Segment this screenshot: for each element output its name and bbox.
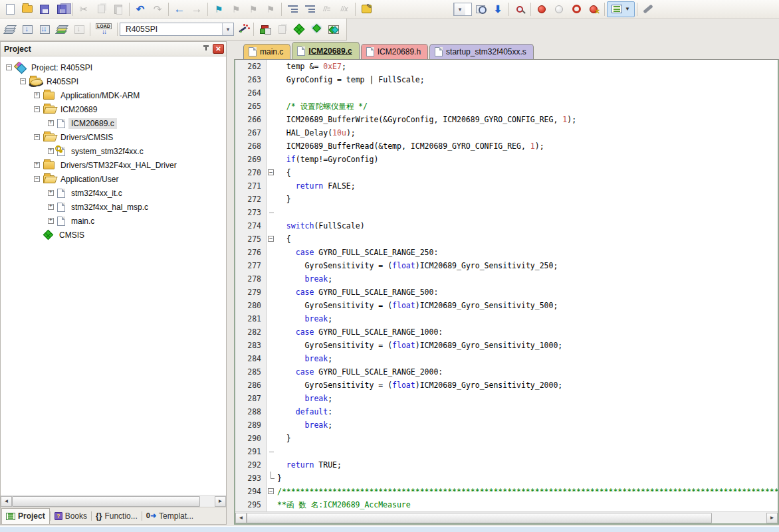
panel-tab-functio[interactable]: {}Functio...: [92, 508, 142, 524]
scroll-right-icon[interactable]: ►: [215, 496, 226, 507]
breakpoint-enable-disable-button[interactable]: [550, 1, 568, 17]
unindent-button[interactable]: [284, 1, 301, 17]
editor-tab-icm20689-h[interactable]: ICM20689.h: [361, 44, 428, 59]
tree-item-r405spi[interactable]: −R405SPI: [1, 74, 226, 88]
tree-item-stm32f4xx-it-c[interactable]: +stm32f4xx_it.c: [1, 186, 226, 200]
manage-books-button[interactable]: [273, 21, 290, 37]
stop-build-button[interactable]: [70, 21, 88, 37]
expand-icon[interactable]: +: [34, 162, 40, 168]
tree-item-drivers-cmsis[interactable]: −Drivers/CMSIS: [1, 130, 226, 144]
pin-icon[interactable]: [202, 45, 210, 53]
collapse-icon[interactable]: −: [20, 78, 26, 84]
editor-hscrollbar[interactable]: ◄ ►: [235, 511, 778, 523]
collapse-icon[interactable]: −: [34, 176, 40, 182]
find-in-files-button[interactable]: [472, 1, 489, 17]
expand-icon[interactable]: +: [48, 190, 54, 196]
find-combobox[interactable]: ▾: [453, 3, 472, 16]
redo-button[interactable]: ↷: [149, 1, 166, 17]
pack-installer-button[interactable]: [325, 21, 342, 37]
collapse-icon[interactable]: −: [34, 134, 40, 140]
expand-icon[interactable]: +: [48, 218, 54, 224]
breakpoint-kill-all-button[interactable]: [585, 1, 602, 17]
expand-icon[interactable]: +: [34, 92, 40, 98]
project-windows-button[interactable]: ▼: [607, 1, 635, 17]
bookmark-next-button[interactable]: ⚑: [245, 1, 262, 17]
expand-icon[interactable]: +: [48, 148, 54, 154]
batch-build-button[interactable]: [53, 21, 70, 37]
project-panel-hscrollbar[interactable]: ◄ ►: [1, 495, 226, 507]
fold-open-icon[interactable]: −: [267, 485, 277, 498]
uncomment-selection-button[interactable]: //x: [336, 1, 353, 17]
editor-tab-main-c[interactable]: main.c: [243, 44, 290, 59]
bookmark-previous-button[interactable]: ⚑: [227, 1, 245, 17]
fold-tick-icon[interactable]: [267, 206, 277, 219]
panel-tab-label: Functio...: [104, 511, 137, 521]
scroll-thumb[interactable]: [247, 513, 712, 523]
fold-open-icon[interactable]: −: [267, 166, 277, 179]
scroll-right-icon[interactable]: ►: [766, 513, 778, 523]
fold-tick-icon[interactable]: [267, 445, 277, 458]
select-software-packs-button[interactable]: [308, 21, 325, 37]
code-line-286: 286 GyroSensitivity = (float)ICM20689_Gy…: [235, 379, 778, 392]
incremental-find-button[interactable]: ⬇: [489, 1, 506, 17]
tree-item-cmsis[interactable]: CMSIS: [1, 228, 226, 242]
save-all-button[interactable]: [53, 1, 70, 17]
paste-button[interactable]: [110, 1, 127, 17]
file-icon: [249, 47, 257, 56]
scroll-thumb[interactable]: [12, 496, 200, 507]
expand-icon[interactable]: +: [48, 120, 54, 126]
tree-item-main-c[interactable]: +main.c: [1, 214, 226, 228]
editor-tab-startup-stm32f405xx-s[interactable]: startup_stm32f405xx.s: [429, 44, 534, 59]
breakpoint-disable-all-button[interactable]: [568, 1, 585, 17]
target-select[interactable]: R405SPI ▾: [120, 23, 234, 36]
configure-button[interactable]: [358, 1, 375, 17]
tree-item-drivers-stm32f4xx-hal-driver[interactable]: +Drivers/STM32F4xx_HAL_Driver: [1, 158, 226, 172]
save-button[interactable]: [36, 1, 53, 17]
download-button[interactable]: LOAD↓↓: [92, 21, 115, 37]
rebuild-button[interactable]: [36, 21, 53, 37]
tree-item-application-user[interactable]: −Application/User: [1, 172, 226, 186]
panel-splitter[interactable]: [227, 41, 234, 525]
panel-tab-project[interactable]: Project: [1, 508, 50, 524]
tree-item-icm20689-c[interactable]: +ICM20689.c: [1, 116, 226, 130]
tree-item-stm32f4xx-hal-msp-c[interactable]: +stm32f4xx_hal_msp.c: [1, 200, 226, 214]
fold-end-icon[interactable]: [267, 472, 277, 485]
panel-tab-templat[interactable]: 0➜Templat...: [142, 508, 197, 524]
editor-tab-icm20689-c[interactable]: ICM20689.c: [292, 42, 359, 59]
undo-button[interactable]: ↶: [132, 1, 149, 17]
manage-run-time-environment-button[interactable]: [290, 21, 308, 37]
translate-button[interactable]: [1, 21, 19, 37]
cut-button[interactable]: ✂: [75, 1, 92, 17]
tree-item-application-mdk-arm[interactable]: +Application/MDK-ARM: [1, 88, 226, 102]
bookmark-clear-all-button[interactable]: ⚑: [262, 1, 279, 17]
scroll-left-icon[interactable]: ◄: [235, 513, 247, 523]
close-icon[interactable]: ✕: [213, 44, 224, 54]
tree-item-project-r405spi[interactable]: −Project: R405SPI: [1, 60, 226, 74]
fold-open-icon[interactable]: −: [267, 232, 277, 246]
file-icon: [57, 119, 65, 128]
tree-item-system-stm32f4xx-c[interactable]: +system_stm32f4xx.c: [1, 144, 226, 158]
file-icon: [57, 217, 65, 226]
options-for-target-button[interactable]: [234, 21, 251, 37]
indent-button[interactable]: [301, 1, 318, 17]
open-button[interactable]: [19, 1, 36, 17]
code-editor[interactable]: 262 temp &= 0xE7;263 GyroConfig = temp |…: [235, 60, 778, 511]
navigate-forward-button[interactable]: →: [188, 1, 205, 17]
code-line-270: 270− {: [235, 166, 778, 179]
tree-item-icm20689[interactable]: −ICM20689: [1, 102, 226, 116]
breakpoint-toggle-button[interactable]: [533, 1, 550, 17]
find-button[interactable]: [511, 1, 528, 17]
navigate-back-button[interactable]: ←: [171, 1, 188, 17]
collapse-icon[interactable]: −: [34, 106, 40, 112]
build-button[interactable]: [19, 21, 36, 37]
collapse-icon[interactable]: −: [6, 64, 12, 70]
bookmark-toggle-button[interactable]: ⚑: [210, 1, 227, 17]
comment-selection-button[interactable]: //≡: [318, 1, 336, 17]
scroll-left-icon[interactable]: ◄: [1, 496, 12, 507]
copy-button[interactable]: [92, 1, 110, 17]
panel-tab-books[interactable]: ?Books: [51, 508, 91, 524]
tools-button[interactable]: [639, 1, 657, 17]
new-file-button[interactable]: [1, 1, 19, 17]
manage-project-items-button[interactable]: [256, 21, 273, 37]
expand-icon[interactable]: +: [48, 204, 54, 210]
